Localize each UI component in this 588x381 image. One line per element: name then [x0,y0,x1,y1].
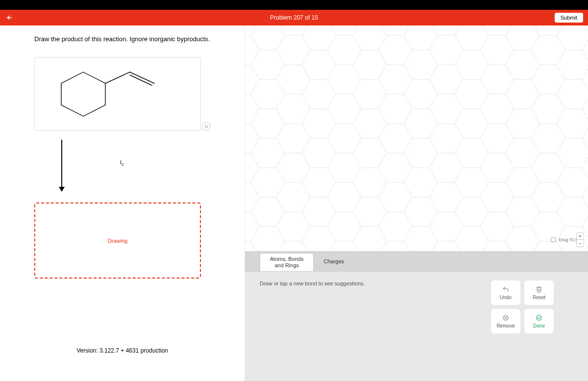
problem-title: Problem 207 of 15 [270,14,318,21]
done-button[interactable]: Done [524,309,554,333]
drawing-target-box[interactable]: Drawing [34,203,201,279]
undo-button[interactable]: Undo [491,280,520,305]
drag-to-pan-checkbox[interactable] [551,237,556,242]
problem-prompt: Draw the product of this reaction. Ignor… [34,35,225,43]
reaction-arrow: I2 [51,140,225,194]
right-panel: Drag To Pan + − Atoms, Bonds and Rings C… [245,25,588,381]
version-label: Version: 3.122.7 + 4631 production [0,347,245,354]
svg-point-5 [205,125,207,127]
reactant-molecule [54,65,181,124]
svg-rect-7 [245,25,588,251]
left-panel: Draw the product of this reaction. Ignor… [0,25,245,381]
svg-line-6 [207,127,208,128]
submit-button[interactable]: Submit [555,13,583,23]
drawing-label: Drawing [108,238,127,244]
remove-button[interactable]: Remove [491,309,520,333]
reactant-structure-box [34,57,201,131]
hexgrid-background [245,25,588,251]
tab-atoms-bonds-rings[interactable]: Atoms, Bonds and Rings [260,253,314,271]
zoom-icon[interactable] [202,123,210,130]
reagent-label: I2 [120,159,124,167]
zoom-control: + − [576,232,584,247]
undo-icon [502,285,510,293]
black-topbar [0,0,588,10]
remove-icon [502,314,510,322]
app-header: Problem 207 of 15 Submit [0,10,588,25]
svg-marker-1 [61,72,105,116]
tool-area: Draw or tap a new bond to see suggestion… [245,272,588,381]
action-buttons: Undo Reset Remove [491,280,554,333]
tool-tabs: Atoms, Bonds and Rings Charges [245,251,588,272]
back-icon[interactable] [6,14,13,21]
zoom-in-button[interactable]: + [577,233,584,240]
check-icon [535,314,543,322]
trash-icon [535,285,543,293]
tab-charges[interactable]: Charges [314,251,354,271]
svg-line-3 [130,72,154,83]
drawing-canvas[interactable]: Drag To Pan + − [245,25,588,251]
svg-point-11 [537,315,542,321]
svg-line-2 [105,72,130,83]
reset-button[interactable]: Reset [524,280,554,305]
zoom-out-button[interactable]: − [577,240,584,247]
svg-line-4 [130,75,152,85]
